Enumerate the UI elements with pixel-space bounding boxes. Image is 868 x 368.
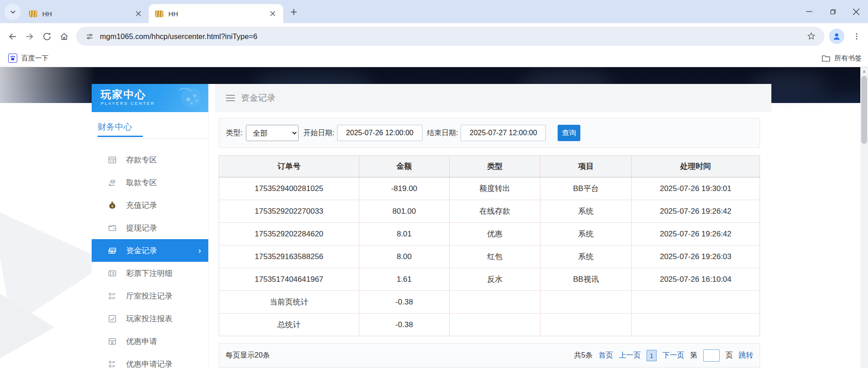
first-page-link[interactable]: 首页 <box>598 351 613 360</box>
sidebar: 玩家中心 PLAYERS CENTER 财务中心 <box>92 84 209 368</box>
finance-center-heading: 财务中心 <box>98 121 208 133</box>
all-bookmarks-button[interactable]: 所有书签 <box>822 54 868 63</box>
cell-summary-label: 总统计 <box>219 314 359 336</box>
window-controls <box>797 0 868 23</box>
jump-go-link[interactable]: 跳转 <box>739 351 753 360</box>
sidebar-item-withdrawal-records[interactable]: 提现记录 <box>92 216 208 239</box>
sidebar-nav: 存款专区 取款专区 ¥ 充值记录 <box>92 148 208 368</box>
sidebar-item-withdraw-zone[interactable]: 取款专区 <box>92 171 208 194</box>
sidebar-item-funds-records[interactable]: 资金记录 › <box>92 239 208 262</box>
next-page-link[interactable]: 下一页 <box>662 351 684 360</box>
sidebar-item-deposit-zone[interactable]: 存款专区 <box>92 148 208 171</box>
cell-amount: 8.01 <box>359 223 449 245</box>
section-divider <box>98 138 208 139</box>
cell-item <box>540 291 632 314</box>
sidebar-item-hall-bet-records[interactable]: 厅室投注记录 <box>92 285 208 307</box>
bookmark-baidu[interactable]: 百度一下 <box>4 51 53 65</box>
promo-list-icon <box>107 359 117 368</box>
sidebar-item-recharge-records[interactable]: ¥ 充值记录 <box>92 194 208 216</box>
table-row: 1753529400281025 -819.00 额度转出 BB平台 2025-… <box>219 177 760 200</box>
funds-table: 订单号 金额 类型 项目 处理时间 1753529400281025 -819.… <box>219 155 760 336</box>
tab-title: HH <box>168 10 268 18</box>
section-accent-bar <box>98 136 143 137</box>
cell-type: 红包 <box>449 245 540 268</box>
prev-page-link[interactable]: 上一页 <box>619 351 641 360</box>
page-title: 资金记录 <box>241 92 275 104</box>
end-date-label: 结束日期: <box>427 128 458 138</box>
cell-amount: -0.38 <box>359 291 449 314</box>
profile-avatar[interactable] <box>829 29 844 44</box>
cell-order: 1753529202270033 <box>219 200 359 223</box>
tab-close-icon[interactable] <box>268 9 278 19</box>
cell-item: 系统 <box>540 200 632 223</box>
column-header-order: 订单号 <box>219 156 359 177</box>
browser-menu-icon[interactable] <box>849 29 864 44</box>
browser-toolbar: mgm1065.com/hhcp/usercenter.html?iniType… <box>0 23 868 49</box>
tab-1[interactable]: HH <box>23 4 149 23</box>
cell-item: BB平台 <box>540 177 632 200</box>
sidebar-item-promo-apply-records[interactable]: 优惠申请记录 <box>92 353 208 368</box>
back-button[interactable] <box>4 28 21 45</box>
tab-title: HH <box>42 10 133 18</box>
cell-amount: -0.38 <box>359 314 449 336</box>
type-select[interactable]: 全部 <box>246 125 299 141</box>
scrollbar-up-arrow[interactable]: ▲ <box>860 67 868 75</box>
cell-summary-label: 当前页统计 <box>219 291 359 314</box>
sidebar-item-lottery-bet-details[interactable]: 彩票下注明细 <box>92 262 208 285</box>
site-favicon <box>29 10 37 17</box>
current-page-badge[interactable]: 1 <box>647 350 657 361</box>
sidebar-item-player-bet-report[interactable]: 玩家投注报表 <box>92 307 208 330</box>
cell-time <box>632 291 760 314</box>
filter-panel: 类型: 全部 开始日期: 结束日期: 查询 <box>219 118 760 148</box>
cell-time: 2025-07-26 19:30:01 <box>632 177 760 200</box>
pagination-controls: 共5条 首页 上一页 1 下一页 第 页 跳转 <box>574 349 753 362</box>
scrollbar-thumb[interactable] <box>861 76 867 144</box>
bookmark-star-icon[interactable] <box>804 29 818 43</box>
page-viewport: 玩家中心 PLAYERS CENTER 财务中心 <box>0 67 868 368</box>
sidebar-item-promo-apply[interactable]: 优惠申请 <box>92 330 208 353</box>
table-row: 1753529202270033 801.00 在线存款 系统 2025-07-… <box>219 200 760 223</box>
table-header-row: 订单号 金额 类型 项目 处理时间 <box>219 156 760 177</box>
address-bar[interactable]: mgm1065.com/hhcp/usercenter.html?iniType… <box>76 27 824 46</box>
hamburger-icon[interactable] <box>226 93 235 103</box>
main-content: 资金记录 类型: 全部 开始日期: 结束日期: 查询 订单号 金额 类型 <box>215 84 771 368</box>
tab-strip: HH HH <box>0 0 868 23</box>
cell-item <box>540 314 632 336</box>
minimize-button[interactable] <box>797 0 821 23</box>
bookmark-label: 百度一下 <box>21 54 49 63</box>
start-date-input[interactable] <box>337 125 422 141</box>
withdraw-icon <box>107 177 117 187</box>
sidebar-item-label: 玩家投注报表 <box>126 314 172 324</box>
cell-item: 系统 <box>540 245 632 268</box>
moneybag-icon: ¥ <box>107 200 117 210</box>
cell-order: 1753529163588256 <box>219 245 359 268</box>
tab-2-active[interactable]: HH <box>149 4 283 23</box>
page-jump-input[interactable] <box>703 349 720 362</box>
cell-time: 2025-07-26 19:26:03 <box>632 245 760 268</box>
reload-button[interactable] <box>38 28 55 45</box>
search-button[interactable]: 查询 <box>558 125 580 141</box>
forward-button[interactable] <box>21 28 38 45</box>
summary-row-total: 总统计 -0.38 <box>219 314 760 336</box>
site-info-icon[interactable] <box>83 29 96 43</box>
column-header-time: 处理时间 <box>632 156 760 177</box>
main-header: 资金记录 <box>215 84 771 112</box>
cell-order: 1753529400281025 <box>219 177 359 200</box>
new-tab-button[interactable] <box>286 4 301 20</box>
site-favicon <box>155 10 163 17</box>
end-date-input[interactable] <box>461 125 546 141</box>
cell-type: 额度转出 <box>449 177 540 200</box>
tab-close-icon[interactable] <box>133 9 143 19</box>
tab-search-button[interactable] <box>5 4 21 20</box>
sidebar-item-label: 厅室投注记录 <box>126 291 172 301</box>
sidebar-item-label: 充值记录 <box>126 200 157 211</box>
sidebar-header: 玩家中心 PLAYERS CENTER <box>92 84 208 112</box>
chevron-down-icon <box>10 9 16 15</box>
url-text[interactable]: mgm1065.com/hhcp/usercenter.html?iniType… <box>100 32 804 41</box>
page-scrollbar[interactable]: ▲ <box>860 67 868 368</box>
home-button[interactable] <box>55 28 73 45</box>
summary-row-current-page: 当前页统计 -0.38 <box>219 291 760 314</box>
restore-button[interactable] <box>821 0 844 23</box>
sidebar-item-label: 存款专区 <box>126 155 157 165</box>
close-window-button[interactable] <box>844 0 868 23</box>
